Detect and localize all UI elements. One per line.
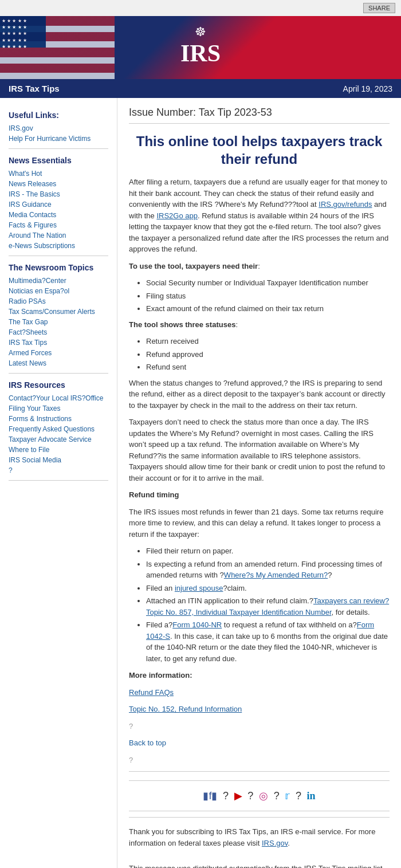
sidebar-item-radio[interactable]: Radio PSAs xyxy=(9,297,108,305)
status-1: Return received xyxy=(146,336,390,347)
timing-item-4: Attached an ITIN application to their re… xyxy=(146,595,390,618)
social-bar: ▮f▮ ? ▶ ? ◎ ? 𝕣 ? in xyxy=(129,780,390,811)
sidebar-item-hurricane[interactable]: Help For Hurricane Victims xyxy=(9,135,108,143)
more-info-section: More information: Refund FAQs Topic No. … xyxy=(129,670,390,715)
footer-para-2: This message was distributed automatical… xyxy=(129,863,390,868)
link-irs-refunds[interactable]: IRS.gov/refunds xyxy=(319,200,372,209)
tool-req-1: Social Security number or Individual Tax… xyxy=(146,277,390,289)
tool-requirements-list: Social Security number or Individual Tax… xyxy=(146,277,390,315)
sidebar-item-latest-news[interactable]: Latest News xyxy=(9,359,108,367)
question-mark-1: ? xyxy=(129,721,390,732)
content-para-3: Taxpayers don’t need to check the status… xyxy=(129,417,390,484)
social-divider-top xyxy=(129,771,390,772)
issue-number: Issue Number: Tax Tip 2023-53 xyxy=(129,107,390,119)
link-irs2go[interactable]: IRS2Go app xyxy=(156,211,198,220)
newsletter-date: April 19, 2023 xyxy=(343,84,392,93)
sidebar-item-where-to-file[interactable]: Where to File xyxy=(9,446,108,454)
content-para-4: The IRS issues most refunds in fewer tha… xyxy=(129,506,390,540)
back-to-top-link[interactable]: Back to top xyxy=(129,739,166,747)
sidebar-item-fact-sheets[interactable]: Fact?Sheets xyxy=(9,328,108,336)
sidebar-item-whats-hot[interactable]: What's Hot xyxy=(9,170,108,178)
status-2: Refund approved xyxy=(146,349,390,360)
sidebar-item-facts-figures[interactable]: Facts & Figures xyxy=(9,221,108,229)
sidebar-divider-3 xyxy=(9,373,108,374)
irs-logo: ☸ IRS xyxy=(180,25,221,67)
sidebar-item-tax-gap[interactable]: The Tax Gap xyxy=(9,318,108,326)
social-divider-bottom xyxy=(129,817,390,818)
link-topic-152[interactable]: Topic No. 152, Refund Information xyxy=(129,705,242,713)
content-para-1: After filing a return, taxpayers due a r… xyxy=(129,176,390,255)
header-banner: ★ ★ ★ ★ ★★ ★ ★ ★ ★★ ★ ★ ★ ★★ ★ ★ ★ ★★ ★ … xyxy=(0,16,401,79)
content-para-2: When the status changes to ?refund appro… xyxy=(129,378,390,411)
share-bar: SHARE xyxy=(0,0,401,16)
more-info-label: More information: xyxy=(129,670,390,681)
sidebar-item-enews[interactable]: e-News Subscriptions xyxy=(9,242,108,250)
useful-links-title: Useful Links: xyxy=(9,111,108,120)
sidebar: Useful Links: IRS.gov Help For Hurricane… xyxy=(0,98,117,868)
link-topic-857[interactable]: Taxpayers can review?Topic No. 857, Indi… xyxy=(146,596,389,616)
sidebar-item-contact-irs[interactable]: Contact?Your Local IRS?Office xyxy=(9,394,108,402)
timing-item-3: Filed an injured spouse?claim. xyxy=(146,583,390,594)
refund-timing-header: Refund timing xyxy=(129,489,390,501)
main-container: Useful Links: IRS.gov Help For Hurricane… xyxy=(0,98,401,868)
link-form-1040nr[interactable]: Form 1040-NR xyxy=(172,620,222,629)
irs-logo-text: IRS xyxy=(180,40,221,67)
tool-intro: To use the tool, taxpayers need their: xyxy=(129,261,390,272)
status-3: Refund sent xyxy=(146,362,390,373)
sidebar-item-tax-scams[interactable]: Tax Scams/Consumer Alerts xyxy=(9,308,108,316)
sidebar-item-irs-basics[interactable]: IRS - The Basics xyxy=(9,190,108,198)
timing-item-5: Filed a?Form 1040-NR to request a refund… xyxy=(146,619,390,664)
sidebar-divider-4 xyxy=(9,480,108,481)
content-divider-1 xyxy=(129,123,390,124)
timing-item-2: Is expecting a refund from an amended re… xyxy=(146,559,390,581)
sidebar-item-irs-guidance[interactable]: IRS Guidance xyxy=(9,201,108,209)
sidebar-item-noticias[interactable]: Noticias en Espa?ol xyxy=(9,287,108,295)
linkedin-icon[interactable]: in xyxy=(307,790,316,802)
main-content: Issue Number: Tax Tip 2023-53 This onlin… xyxy=(117,98,401,868)
sidebar-item-misc[interactable]: ? xyxy=(9,466,108,474)
link-injured-spouse[interactable]: injured spouse xyxy=(175,584,223,592)
link-refund-faqs[interactable]: Refund FAQs xyxy=(129,688,174,697)
newsroom-title: The Newsroom Topics xyxy=(9,263,108,272)
sidebar-item-taxpayer-advocate[interactable]: Taxpayer Advocate Service xyxy=(9,435,108,443)
sidebar-item-around-nation[interactable]: Around The Nation xyxy=(9,231,108,239)
facebook-icon[interactable]: ▮f▮ xyxy=(203,790,217,802)
sidebar-item-forms[interactable]: Forms & Instructions xyxy=(9,415,108,423)
resources-title: IRS Resources xyxy=(9,380,108,390)
tool-req-3: Exact amount of the refund claimed on th… xyxy=(146,303,390,315)
title-bar: IRS Tax Tips April 19, 2023 xyxy=(0,79,401,98)
sidebar-divider-1 xyxy=(9,148,108,149)
flag-blue: ★ ★ ★ ★ ★★ ★ ★ ★ ★★ ★ ★ ★ ★★ ★ ★ ★ ★★ ★ … xyxy=(0,16,46,48)
sidebar-item-filing-taxes[interactable]: Filing Your Taxes xyxy=(9,404,108,413)
sidebar-item-media-contacts[interactable]: Media Contacts xyxy=(9,211,108,219)
twitter-icon[interactable]: 𝕣 xyxy=(285,790,290,802)
youtube-icon[interactable]: ▶ xyxy=(234,790,242,802)
tool-req-2: Filing status xyxy=(146,290,390,302)
sidebar-item-news-releases[interactable]: News Releases xyxy=(9,180,108,188)
timing-items-list: Filed their return on paper. Is expectin… xyxy=(146,545,390,664)
link-irsgov-footer[interactable]: IRS.gov xyxy=(262,839,288,847)
sidebar-item-armed-forces[interactable]: Armed Forces xyxy=(9,349,108,357)
sidebar-item-social-media[interactable]: IRS Social Media xyxy=(9,456,108,464)
article-title: This online tool helps taxpayers track t… xyxy=(129,132,390,168)
sidebar-item-irsgov[interactable]: IRS.gov xyxy=(9,124,108,132)
sidebar-item-irs-tips[interactable]: IRS Tax Tips xyxy=(9,339,108,347)
instagram-icon[interactable]: ◎ xyxy=(259,790,268,802)
newsletter-title: IRS Tax Tips xyxy=(9,84,60,93)
link-amended-return[interactable]: Where?s My Amended Return? xyxy=(224,571,328,579)
question-mark-2: ? xyxy=(129,755,390,766)
statuses-list: Return received Refund approved Refund s… xyxy=(146,336,390,373)
sidebar-divider-2 xyxy=(9,256,108,256)
footer-para-1: Thank you for subscribing to IRS Tax Tip… xyxy=(129,826,390,849)
news-essentials-title: News Essentials xyxy=(9,156,108,165)
sidebar-item-multimedia[interactable]: Multimedia?Center xyxy=(9,277,108,285)
timing-item-1: Filed their return on paper. xyxy=(146,545,390,557)
share-button[interactable]: SHARE xyxy=(363,3,395,13)
statuses-intro: The tool shows three statuses: xyxy=(129,319,390,331)
sidebar-item-faq[interactable]: Frequently Asked Questions xyxy=(9,425,108,433)
